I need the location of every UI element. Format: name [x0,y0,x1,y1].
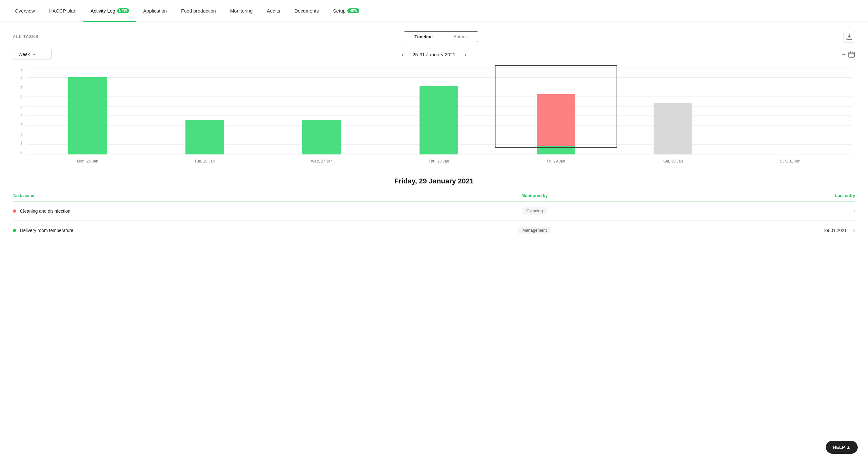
week-select[interactable]: Week ▾ [13,49,52,60]
col-last-entry: Last entry [644,193,855,201]
nav-badge-setup: NEW [347,8,359,13]
bar-label: Tue, 26 Jan [194,159,215,163]
bar-label: Sat, 30 Jan [663,159,683,163]
nav-item-label-food-production: Food production [181,8,216,13]
bar-label: Fri, 29 Jan [547,159,565,163]
arrow-right-icon: → [841,52,846,57]
bar-label: Wed, 27 Jan [311,159,333,163]
bar-col-thu--28-jan[interactable]: Thu, 28 Jan [380,68,497,155]
col-monitored-by: Monitored by [425,193,644,201]
y-label-5: 5 [20,105,23,108]
bar-segment-green [537,146,575,155]
chevron-down-icon: ▾ [33,52,35,57]
entries-toggle[interactable]: Entries [443,32,478,42]
nav-item-application[interactable]: Application [136,0,174,22]
y-label-6: 6 [20,95,23,99]
selected-date-title: Friday, 29 January 2021 [13,177,855,185]
bar-label: Sun, 31 Jan [780,159,800,163]
prev-week-button[interactable]: ‹ [399,50,406,59]
nav-item-activity-log[interactable]: Activity LogNEW [83,0,136,22]
nav-item-label-overview: Overview [15,8,35,13]
bar-segment-green [68,77,107,155]
bar-segment-red [537,94,575,146]
task-name: Cleaning and disinfection [20,208,70,214]
nav-item-label-activity-log: Activity Log [90,8,115,13]
nav-item-audits[interactable]: Audits [260,0,287,22]
download-icon [846,33,852,40]
bar-segment-green [420,86,458,155]
bar-label: Thu, 28 Jan [429,159,449,163]
bar-col-wed--27-jan[interactable]: Wed, 27 Jan [263,68,380,155]
monitored-badge: Management [518,227,551,234]
monitored-by-cell: Cleaning [425,201,644,221]
date-nav: ‹ 25-31 January 2021 › [399,50,469,59]
monitored-by-cell: Management [425,221,644,240]
task-name-cell: Cleaning and disinfection [13,201,425,221]
chevron-right-icon[interactable]: › [853,227,855,234]
last-entry-cell: 29.01.2021› [644,221,855,240]
controls-row: Week ▾ ‹ 25-31 January 2021 › → [13,49,855,60]
bar-col-tue--26-jan[interactable]: Tue, 26 Jan [146,68,264,155]
nav-item-documents[interactable]: Documents [287,0,326,22]
task-name: Delivery room temperature [20,228,73,233]
bar-chart: 0123456789 Mon, 25 JanTue, 26 JanWed, 27… [13,68,855,164]
status-dot [13,209,16,213]
chevron-right-icon[interactable]: › [853,207,855,214]
nav-item-overview[interactable]: Overview [8,0,42,22]
y-label-4: 4 [20,113,23,118]
nav-item-label-setup: Setup [333,8,345,13]
y-label-3: 3 [20,123,23,127]
timeline-toggle[interactable]: Timeline [404,32,443,42]
y-label-2: 2 [20,132,23,136]
status-dot [13,229,16,232]
week-label: Week [18,52,30,57]
toolbar-row: ALL TASKS Timeline Entries [13,31,855,42]
bar-segment-gray [654,103,692,155]
download-button[interactable] [843,31,855,42]
nav-item-monitoring[interactable]: Monitoring [223,0,260,22]
y-label-9: 9 [20,68,23,71]
calendar-icon [848,51,855,58]
table-row[interactable]: Delivery room temperatureManagement29.01… [13,221,855,240]
bar-col-fri--29-jan[interactable]: Fri, 29 Jan [497,68,615,155]
y-label-0: 0 [20,151,23,155]
main-nav: OverviewHACCP planActivity LogNEWApplica… [0,0,868,22]
svg-rect-0 [849,52,855,57]
next-week-button[interactable]: › [462,50,469,59]
bar-segment-green [302,120,341,155]
bar-col-sun--31-jan[interactable]: Sun, 31 Jan [732,68,849,155]
calendar-button[interactable]: → [841,51,855,58]
bar-col-mon--25-jan[interactable]: Mon, 25 Jan [29,68,146,155]
main-content: ALL TASKS Timeline Entries Week ▾ ‹ 25-3… [0,22,868,249]
nav-item-haccp-plan[interactable]: HACCP plan [42,0,84,22]
table-row[interactable]: Cleaning and disinfectionCleaning› [13,201,855,221]
nav-item-label-monitoring: Monitoring [230,8,253,13]
y-axis: 0123456789 [13,68,25,155]
view-toggle-group: Timeline Entries [404,31,478,42]
last-entry-value: 29.01.2021 [824,228,847,233]
task-table: Task name Monitored by Last entry Cleani… [13,193,855,240]
y-label-1: 1 [20,141,23,145]
bars-wrapper: Mon, 25 JanTue, 26 JanWed, 27 JanThu, 28… [26,68,852,155]
task-name-cell: Delivery room temperature [13,221,425,240]
nav-item-label-application: Application [143,8,167,13]
date-range-text: 25-31 January 2021 [412,52,455,57]
nav-item-label-documents: Documents [294,8,319,13]
monitored-badge: Cleaning [523,207,547,214]
last-entry-cell: › [644,201,855,221]
y-label-8: 8 [20,77,23,81]
nav-badge-activity-log: NEW [117,8,129,13]
nav-item-food-production[interactable]: Food production [174,0,223,22]
bar-col-sat--30-jan[interactable]: Sat, 30 Jan [615,68,732,155]
y-label-7: 7 [20,86,23,90]
all-tasks-label: ALL TASKS [13,34,39,39]
nav-item-label-haccp-plan: HACCP plan [49,8,76,13]
bar-label: Mon, 25 Jan [77,159,98,163]
nav-item-label-audits: Audits [267,8,280,13]
bar-segment-green [185,120,224,155]
col-task-name: Task name [13,193,425,201]
nav-item-setup[interactable]: SetupNEW [326,0,366,22]
